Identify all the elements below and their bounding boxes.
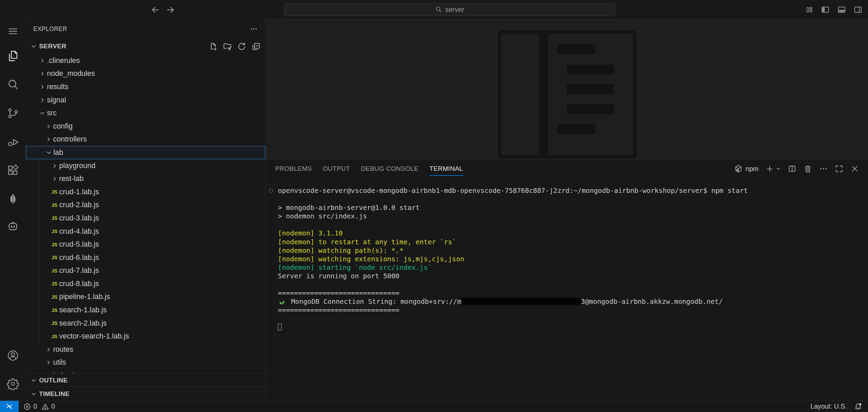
tree-item-lab[interactable]: lab [26,146,265,159]
new-folder-icon[interactable] [222,41,233,52]
tree-item-label: .clinerules [47,56,80,65]
tree-item-src[interactable]: src [26,106,265,120]
customize-layout-icon[interactable] [804,5,814,15]
tree-item-label: crud-5.lab.js [59,240,99,249]
tree-item-search-2.lab.js[interactable]: JSsearch-2.lab.js [26,317,265,330]
tree-item-signal[interactable]: signal [26,94,265,107]
source-control-icon[interactable] [0,104,26,123]
chevron-right-icon [39,57,45,64]
js-file-icon: JS [51,268,57,274]
tree-item-crud-6.lab.js[interactable]: JScrud-6.lab.js [26,251,265,264]
command-decoration-circle[interactable] [269,188,273,193]
section-header-timeline[interactable]: TIMELINE [26,387,265,400]
robot-assistant-icon[interactable] [0,217,26,236]
command-center-search[interactable]: server [284,3,616,16]
tree-item-routes[interactable]: routes [26,343,265,356]
section-header-outline[interactable]: OUTLINE [26,374,265,387]
back-arrow-icon[interactable] [150,4,161,16]
problems-status[interactable]: 0 0 [23,402,55,410]
js-file-icon: JS [51,202,57,208]
forward-arrow-icon[interactable] [165,4,176,16]
redacted-secret [461,298,581,305]
tree-item-config[interactable]: config [26,120,265,133]
tree-item-playground[interactable]: playground [26,159,265,172]
terminal-line: [nodemon] 3.1.10 [278,229,865,237]
explorer-icon[interactable] [0,47,26,66]
new-file-icon[interactable] [208,41,218,52]
tree-item-node_modules[interactable]: node_modules [26,67,265,81]
terminal-instance-npm[interactable]: npm [734,164,758,173]
run-debug-icon[interactable] [0,132,26,151]
kill-terminal-icon[interactable] [803,164,812,173]
panel-tab-bar: PROBLEMSOUTPUTDEBUG CONSOLETERMINAL [270,159,468,178]
chevron-right-icon [45,360,51,366]
error-count: 0 [33,402,37,410]
tree-item-crud-1.lab.js[interactable]: JScrud-1.lab.js [26,185,265,199]
toggle-secondary-sidebar-icon[interactable] [853,5,863,15]
tree-item-utils[interactable]: utils [26,356,265,369]
layout-indicator[interactable]: Layout: U.S. [811,402,847,410]
tree-item-crud-2.lab.js[interactable]: JScrud-2.lab.js [26,199,265,212]
remote-indicator[interactable] [0,401,19,412]
chevron-right-icon [31,377,37,383]
tree-item-label: node_modules [47,69,95,78]
new-terminal-icon[interactable] [765,164,774,173]
tree-item-.clinerules[interactable]: .clinerules [26,54,265,67]
chevron-down-icon [46,149,52,155]
chevron-right-icon [45,136,51,143]
section-header-server[interactable]: SERVER [26,38,265,54]
tree-item-label: lab [53,148,63,157]
terminal-line: ============================== [278,289,865,297]
search-icon[interactable] [0,75,26,94]
toggle-sidebar-icon[interactable] [820,5,830,15]
tree-item-label: search-1.lab.js [59,306,107,314]
terminal-line [278,195,865,203]
mongodb-leaf-icon[interactable] [0,189,26,208]
tree-item-pipeline-1.lab.js[interactable]: JSpipeline-1.lab.js [26,291,265,304]
chevron-right-icon [31,391,37,397]
terminal-line [278,220,865,229]
terminal-line [278,323,865,332]
notifications-bell-icon[interactable] [854,402,863,411]
account-icon[interactable] [0,346,26,365]
tree-item-results[interactable]: results [26,80,265,94]
title-bar: server [0,0,868,19]
tree-item-rest-lab[interactable]: rest-lab [26,172,265,185]
search-icon [435,6,442,13]
collapse-folders-icon[interactable] [251,41,261,52]
toggle-panel-icon[interactable] [837,5,846,15]
tree-item-label: crud-8.lab.js [59,280,99,288]
views-more-actions-icon[interactable] [249,24,258,34]
tab-terminal[interactable]: TERMINAL [424,159,468,178]
tree-item-search-1.lab.js[interactable]: JSsearch-1.lab.js [26,303,265,317]
tree-item-vector-search-1.lab.js[interactable]: JSvector-search-1.lab.js [26,330,265,343]
menu-icon[interactable] [0,22,26,41]
vscode-window: server [0,0,868,412]
tree-item-crud-7.lab.js[interactable]: JScrud-7.lab.js [26,264,265,278]
terminal-profile-dropdown-icon[interactable] [775,164,781,173]
extensions-icon[interactable] [0,161,26,180]
tree-item-controllers[interactable]: controllers [26,133,265,146]
more-actions-icon[interactable] [819,164,828,173]
split-terminal-icon[interactable] [788,164,797,173]
maximize-panel-icon[interactable] [835,164,844,173]
tree-item-label: crud-3.lab.js [59,214,99,223]
js-file-icon: JS [51,320,57,326]
terminal-output[interactable]: openvscode-server@vscode-mongodb-airbnb1… [278,186,865,398]
tree-item-label: crud-7.lab.js [59,266,99,275]
close-panel-icon[interactable] [850,164,859,173]
tab-problems[interactable]: PROBLEMS [270,159,317,178]
terminal-line [278,280,865,289]
tree-item-crud-4.lab.js[interactable]: JScrud-4.lab.js [26,225,265,238]
tree-item-crud-3.lab.js[interactable]: JScrud-3.lab.js [26,212,265,225]
tree-item-crud-5.lab.js[interactable]: JScrud-5.lab.js [26,238,265,251]
tab-output[interactable]: OUTPUT [317,159,355,178]
tab-debug-console[interactable]: DEBUG CONSOLE [355,159,424,178]
tree-item-label: routes [53,345,73,354]
warnings-icon [41,403,49,410]
tree-item-index.js[interactable]: JSindex.js [26,369,265,374]
refresh-explorer-icon[interactable] [236,41,247,52]
tree-item-label: vector-search-1.lab.js [59,332,129,341]
tree-item-crud-8.lab.js[interactable]: JScrud-8.lab.js [26,277,265,291]
settings-gear-icon[interactable] [0,374,26,393]
